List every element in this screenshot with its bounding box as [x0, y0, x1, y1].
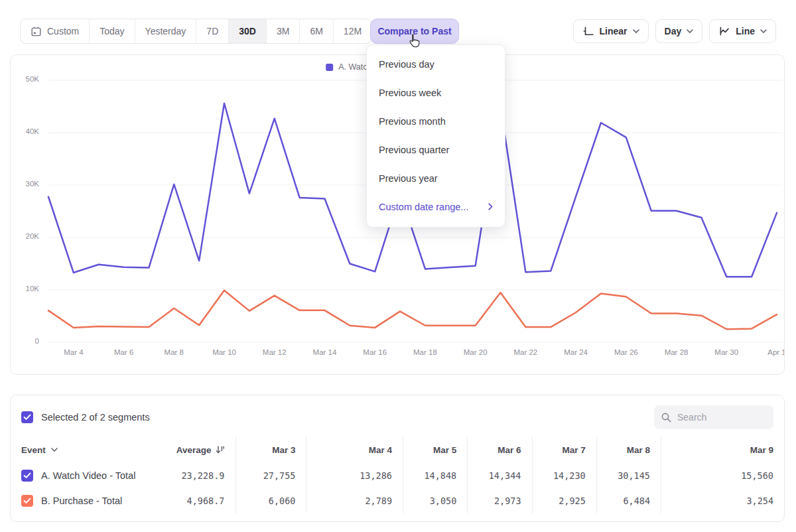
sort-descending-icon [216, 445, 225, 454]
y-tick-label: 0 [11, 337, 39, 345]
scale-dropdown[interactable]: Linear [573, 19, 649, 43]
cell-mar4: 13,286 [306, 463, 403, 488]
x-tick-label: Mar 22 [502, 348, 549, 356]
linear-axis-icon [582, 25, 594, 37]
line-chart-icon [718, 25, 730, 37]
search-box [654, 405, 773, 429]
menu-item-previous-month[interactable]: Previous month [367, 107, 505, 135]
column-header-mar7[interactable]: Mar 7 [533, 436, 597, 463]
preset-6m[interactable]: 6M [300, 19, 333, 43]
chevron-down-icon [687, 29, 693, 33]
x-tick-label: Mar 30 [703, 348, 750, 356]
x-tick-label: Mar 10 [201, 348, 247, 356]
table-row-purchase: B. Purchase - Total 4,968.7 6,060 2,789 … [11, 488, 784, 513]
x-tick-label: Mar 4 [50, 348, 97, 356]
x-tick-label: Mar 26 [603, 348, 649, 356]
cell-mar8: 30,145 [597, 463, 661, 488]
cell-mar3: 6,060 [236, 488, 307, 513]
cell-mar8: 6,484 [597, 488, 661, 513]
column-header-event[interactable]: Event [11, 436, 171, 463]
cell-mar6: 2,973 [468, 488, 532, 513]
cell-mar9: 3,254 [661, 488, 784, 513]
select-all-checkbox[interactable] [21, 411, 33, 423]
search-icon [661, 412, 672, 423]
column-header-mar6[interactable]: Mar 6 [468, 436, 532, 463]
cell-mar9: 15,560 [661, 463, 784, 488]
y-tick-label: 20K [11, 232, 39, 240]
segments-header: Selected 2 of 2 segments [11, 395, 784, 436]
x-tick-label: Mar 16 [352, 348, 398, 356]
preset-3m[interactable]: 3M [267, 19, 300, 43]
menu-item-previous-week[interactable]: Previous week [367, 78, 505, 107]
chart-controls: Linear Day Line [573, 19, 776, 43]
cell-mar6: 14,344 [468, 463, 532, 488]
y-tick-label: 30K [11, 180, 39, 188]
row-checkbox-watch-video[interactable] [21, 470, 33, 482]
x-tick-label: Apr 1 [754, 348, 785, 356]
preset-30d[interactable]: 30D [229, 19, 267, 43]
preset-custom[interactable]: Custom [21, 19, 90, 43]
interval-dropdown[interactable]: Day [655, 19, 703, 43]
column-header-mar5[interactable]: Mar 5 [403, 436, 468, 463]
chart-type-dropdown[interactable]: Line [709, 19, 776, 43]
preset-label: Custom [47, 26, 79, 36]
chevron-right-icon [488, 203, 493, 210]
cell-mar5: 14,848 [403, 463, 468, 488]
x-tick-label: Mar 20 [452, 348, 499, 356]
calendar-icon [31, 26, 42, 37]
preset-today[interactable]: Today [90, 19, 135, 43]
x-tick-label: Mar 18 [402, 348, 448, 356]
search-input[interactable] [677, 412, 767, 423]
preset-yesterday[interactable]: Yesterday [135, 19, 197, 43]
column-header-mar9[interactable]: Mar 9 [661, 436, 784, 463]
table-header-row: Event Average Mar 3 Mar 4 Mar 5 Mar 6 Ma… [11, 436, 784, 463]
cell-mar7: 2,925 [533, 488, 597, 513]
segments-summary: Selected 2 of 2 segments [41, 412, 150, 423]
row-label: A. Watch Video - Total [41, 470, 135, 481]
compare-to-past-button[interactable]: Compare to Past [370, 19, 459, 44]
row-label: B. Purchase - Total [41, 496, 122, 506]
chevron-down-icon [51, 448, 58, 452]
x-tick-label: Mar 28 [653, 348, 700, 356]
preset-7d[interactable]: 7D [196, 19, 229, 43]
cell-average: 23,228.9 [171, 463, 235, 488]
column-header-mar4[interactable]: Mar 4 [306, 436, 403, 463]
menu-item-previous-year[interactable]: Previous year [367, 164, 505, 192]
cell-average: 4,968.7 [171, 488, 235, 513]
x-tick-label: Mar 24 [553, 348, 599, 356]
row-checkbox-purchase[interactable] [21, 495, 33, 507]
menu-item-custom-date-range[interactable]: Custom date range... [367, 192, 505, 221]
column-header-mar3[interactable]: Mar 3 [236, 436, 307, 463]
x-tick-label: Mar 6 [101, 348, 147, 356]
cell-mar4: 2,789 [306, 488, 403, 513]
x-tick-label: Mar 8 [151, 348, 197, 356]
date-range-preset-group: Custom Today Yesterday 7D 30D 3M 6M 12M [20, 19, 372, 44]
column-header-average[interactable]: Average [171, 436, 235, 463]
segments-table-card: Selected 2 of 2 segments Event Average M [10, 395, 785, 522]
menu-item-previous-quarter[interactable]: Previous quarter [367, 135, 505, 164]
compare-to-past-menu: Previous day Previous week Previous mont… [366, 44, 505, 228]
y-tick-label: 10K [11, 285, 39, 293]
chevron-down-icon [760, 29, 767, 33]
column-header-mar8[interactable]: Mar 8 [597, 436, 661, 463]
preset-12m[interactable]: 12M [334, 19, 371, 43]
table-row-watch-video: A. Watch Video - Total 23,228.9 27,755 1… [11, 463, 784, 488]
x-tick-label: Mar 14 [301, 348, 348, 356]
x-tick-label: Mar 12 [251, 348, 298, 356]
y-tick-label: 50K [11, 75, 39, 83]
cell-mar3: 27,755 [236, 463, 307, 488]
y-tick-label: 40K [11, 127, 39, 135]
menu-item-previous-day[interactable]: Previous day [367, 50, 505, 78]
cell-mar5: 3,050 [403, 488, 468, 513]
cell-mar7: 14,230 [533, 463, 597, 488]
chevron-down-icon [633, 29, 639, 33]
series-line-1 [48, 291, 777, 329]
legend-swatch-purple [326, 64, 333, 71]
